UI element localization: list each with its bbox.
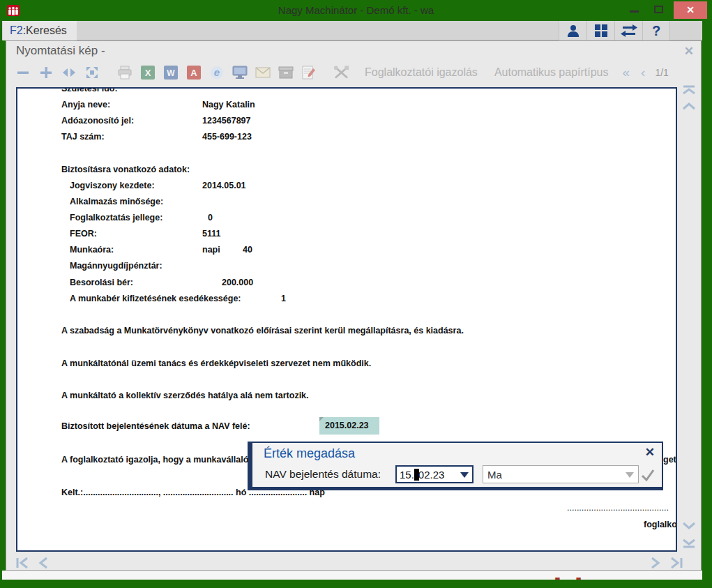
minimize-button[interactable] — [630, 10, 639, 13]
doc-row: Besorolási bér:200.000 — [17, 278, 676, 292]
scroll-up-button[interactable] — [681, 101, 697, 114]
close-button[interactable]: ✕ — [674, 1, 707, 19]
export-word-button[interactable]: W — [162, 65, 179, 81]
user-icon — [566, 23, 581, 38]
search-tab[interactable]: F2:Keresés — [3, 21, 77, 40]
field-value: 5111 — [202, 229, 220, 239]
svg-text:X: X — [144, 68, 151, 78]
settings-button[interactable] — [333, 65, 349, 81]
field-value: 200.000 — [222, 278, 253, 287]
email-button[interactable] — [255, 65, 271, 81]
nav-date-label: Biztosított bejelentésének dátuma a NAV … — [61, 421, 250, 431]
field-value: 40 — [243, 245, 252, 255]
svg-text:A: A — [190, 68, 197, 78]
fit-page-button[interactable] — [84, 65, 100, 81]
browser-button[interactable]: e — [209, 65, 225, 81]
archive-box-icon — [278, 66, 294, 79]
chevron-down-icon — [681, 521, 697, 531]
export-excel-button[interactable]: X — [139, 65, 156, 81]
export-pdf-button[interactable]: A — [185, 65, 202, 81]
date-text-after-cursor: 02.23 — [418, 469, 445, 481]
fit-width-icon — [62, 67, 76, 78]
field-label: Adóazonosító jel: — [61, 116, 134, 126]
screen-button[interactable] — [232, 65, 248, 81]
preview-close-icon[interactable]: ✕ — [684, 44, 694, 59]
doc-row: Jogviszony kezdete:2014.05.01 — [17, 181, 676, 195]
dialog-title: Érték megadása — [264, 446, 355, 461]
doc-row: Magánnyugdíjpénztár: — [17, 261, 676, 275]
chevron-down-bar-icon — [681, 538, 697, 549]
first-page-icon[interactable]: « — [623, 65, 630, 80]
help-button[interactable]: ? — [642, 21, 670, 40]
print-button[interactable] — [116, 65, 132, 81]
field-label: FEOR: — [70, 229, 97, 239]
prev-page-icon[interactable]: ‹ — [641, 65, 645, 80]
dialog-close-icon[interactable]: ✕ — [645, 445, 655, 460]
window-frame-bottom — [0, 580, 712, 588]
date-preset-select[interactable]: Ma — [483, 465, 639, 483]
user-button[interactable] — [559, 21, 586, 40]
field-label: Magánnyugdíjpénztár: — [70, 261, 162, 271]
zoom-out-button[interactable] — [15, 65, 31, 81]
chevron-far-right-icon — [667, 556, 684, 570]
doc-row: Alkalmazás minősége: — [17, 197, 676, 211]
svg-text:W: W — [167, 68, 175, 78]
menu-bar: F2:Keresés ? — [2, 21, 702, 40]
field-label: Besorolási bér: — [70, 278, 133, 287]
scroll-bottom-button[interactable] — [681, 538, 697, 552]
modules-button[interactable] — [586, 21, 614, 40]
field-label: Jogviszony kezdete: — [70, 181, 155, 190]
fit-width-button[interactable] — [61, 65, 77, 81]
scroll-down-button[interactable] — [681, 521, 697, 534]
preview-title: Nyomtatási kép - — [16, 44, 105, 58]
page-indicator: 1/1 — [655, 67, 668, 78]
checkmark-icon — [639, 467, 656, 483]
zoom-out-icon — [17, 66, 29, 79]
maximize-button[interactable] — [654, 6, 663, 13]
confirm-button[interactable] — [639, 467, 656, 483]
chevron-up-bar-icon — [681, 84, 697, 96]
internet-explorer-icon: e — [209, 65, 225, 80]
help-icon: ? — [652, 23, 660, 39]
monitor-icon — [232, 66, 248, 80]
fit-page-icon — [85, 66, 99, 80]
nav-date-highlight[interactable]: 2015.02.23 — [319, 417, 379, 435]
field-label: TAJ szám: — [61, 132, 105, 142]
nav-date-field-label: NAV bejelentés dátuma: — [265, 468, 381, 481]
field-value: Nagy Katalin — [202, 100, 255, 110]
archive-button[interactable] — [278, 65, 294, 81]
modules-grid-icon — [594, 24, 608, 38]
excel-icon: X — [141, 66, 155, 80]
field-label: Alkalmazás minősége: — [70, 197, 163, 206]
field-value: 2014.05.01 — [202, 181, 246, 190]
field-value: 1234567897 — [202, 116, 251, 126]
nav-date-input[interactable]: 15.02.23 — [395, 465, 474, 483]
value-entry-dialog: Érték megadása ✕ NAV bejelentés dátuma: … — [248, 442, 663, 490]
title-bar: Nagy Machinátor - Demó kft. - wa ✕ — [0, 0, 712, 21]
scroll-top-button[interactable] — [681, 84, 697, 98]
print-preview-panel: Nyomtatási kép - ✕ X W A e Foglalkoztató… — [6, 40, 702, 571]
menu-icon-group: ? — [559, 21, 670, 40]
doc-paragraph: A munkáltatónál üzemi tanács és érdekkép… — [61, 359, 371, 368]
field-label: Születési idő: — [61, 87, 118, 93]
employer-statement-cont: get t — [663, 455, 677, 465]
chevron-left-icon — [37, 556, 50, 570]
field-label: Foglalkoztatás jellege: — [70, 213, 162, 223]
brand-watermark: machinator — [485, 571, 672, 580]
date-dropdown-icon[interactable] — [460, 472, 469, 478]
doc-row: Születési idő: — [17, 87, 676, 98]
doc-row: Foglalkoztatás jellege:0 — [17, 213, 676, 227]
doc-row: Adóazonosító jel:1234567897 — [17, 116, 676, 130]
print-icon — [117, 66, 132, 80]
doc-row: TAJ szám:455-699-123 — [17, 132, 676, 146]
doc-paragraph: A szabadság a Munkatörvénykönyv vonatkoz… — [61, 326, 464, 336]
edit-button[interactable] — [301, 65, 317, 81]
preset-value: Ma — [487, 469, 502, 481]
svg-text:e: e — [213, 66, 219, 78]
preset-dropdown-icon — [626, 472, 634, 478]
chevron-right-icon — [649, 556, 662, 570]
zoom-in-button[interactable] — [38, 65, 54, 81]
transfer-button[interactable] — [614, 21, 642, 40]
chevron-up-icon — [681, 101, 697, 111]
doc-row: FEOR:5111 — [17, 229, 676, 243]
